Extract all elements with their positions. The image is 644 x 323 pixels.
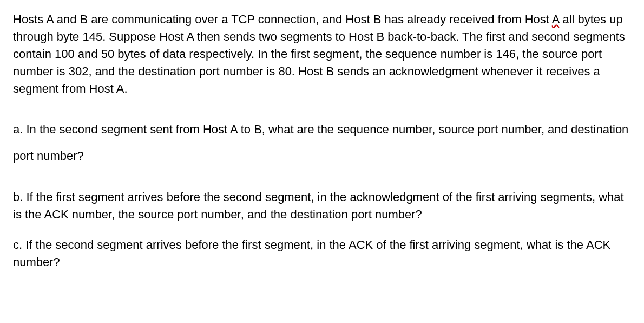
spellcheck-word: A — [552, 12, 559, 26]
question-c: c. If the second segment arrives before … — [13, 236, 631, 271]
intro-text-pre: Hosts A and B are communicating over a T… — [13, 12, 552, 26]
question-a: a. In the second segment sent from Host … — [13, 117, 631, 169]
question-b: b. If the first segment arrives before t… — [13, 189, 631, 223]
intro-paragraph: Hosts A and B are communicating over a T… — [13, 11, 631, 97]
